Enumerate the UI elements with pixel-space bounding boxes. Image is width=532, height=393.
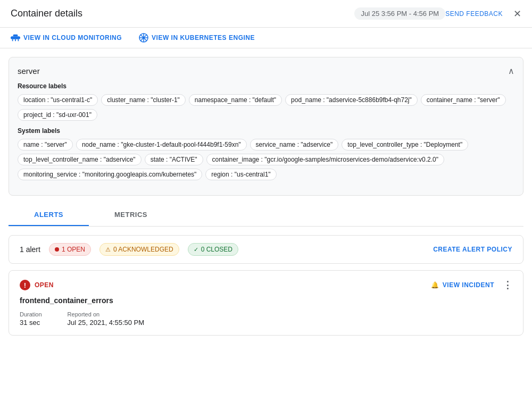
- reported-value: Jul 25, 2021, 4:55:50 PM: [68, 319, 145, 327]
- close-button[interactable]: ✕: [513, 9, 521, 19]
- alert-card: ! OPEN 🔔 VIEW INCIDENT ⋮ frontend_contai…: [9, 270, 523, 336]
- server-title: server: [18, 66, 40, 76]
- alert-status-label: OPEN: [35, 281, 54, 289]
- alert-duration: Duration 31 sec: [20, 311, 42, 327]
- open-dot: [55, 247, 59, 252]
- system-label-chip: top_level_controller_name : "adservice": [18, 154, 142, 165]
- tab-alerts[interactable]: ALERTS: [9, 204, 89, 226]
- alert-open-icon: !: [20, 280, 30, 290]
- system-label-chip: name : "server": [18, 139, 73, 150]
- kubernetes-icon: [139, 34, 148, 41]
- svg-rect-0: [11, 36, 20, 39]
- view-incident-button[interactable]: 🔔 VIEW INCIDENT: [431, 281, 494, 289]
- alert-meta: Duration 31 sec Reported on Jul 25, 2021…: [20, 311, 512, 327]
- alerts-summary-row: 1 alert 1 OPEN ⚠ 0 ACKNOWLEDGED ✓ 0 CLOS…: [9, 235, 523, 264]
- bell-icon: 🔔: [431, 281, 439, 289]
- resource-label-chip: project_id : "sd-uxr-001": [18, 109, 97, 121]
- system-label-chip: region : "us-central1": [205, 169, 276, 180]
- kubernetes-engine-label: VIEW IN KUBERNETES ENGINE: [152, 34, 255, 41]
- alert-card-header: ! OPEN 🔔 VIEW INCIDENT ⋮: [20, 279, 512, 291]
- server-section: server ∧ Resource labels location : "us-…: [9, 57, 523, 196]
- system-label-chip: service_name : "adservice": [250, 139, 339, 150]
- closed-badge[interactable]: ✓ 0 CLOSED: [188, 243, 238, 256]
- system-label-chip: state : "ACTIVE": [145, 154, 203, 165]
- ack-badge[interactable]: ⚠ 0 ACKNOWLEDGED: [99, 243, 179, 256]
- alert-card-actions: 🔔 VIEW INCIDENT ⋮: [431, 279, 512, 291]
- closed-badge-label: 0 CLOSED: [201, 246, 232, 253]
- duration-label: Duration: [20, 311, 42, 317]
- system-label-chip: node_name : "gke-cluster-1-default-pool-…: [76, 139, 247, 150]
- view-incident-label: VIEW INCIDENT: [443, 281, 494, 289]
- duration-value: 31 sec: [20, 319, 40, 327]
- open-badge-label: 1 OPEN: [62, 246, 85, 253]
- more-options-button[interactable]: ⋮: [503, 279, 512, 291]
- resource-label-chip: namespace_name : "default": [189, 94, 282, 106]
- ack-badge-label: 0 ACKNOWLEDGED: [113, 246, 173, 253]
- system-label-chip: monitoring_service : "monitoring.googlea…: [18, 169, 202, 180]
- server-header: server ∧: [18, 66, 514, 76]
- cloud-monitoring-icon: [11, 34, 20, 41]
- alerts-count: 1 alert: [20, 245, 40, 254]
- top-nav: VIEW IN CLOUD MONITORING VIEW IN KUBERNE…: [0, 28, 532, 48]
- header: Container details Jul 25 3:56 PM - 4:56 …: [0, 0, 532, 28]
- reported-label: Reported on: [68, 311, 145, 317]
- check-icon: ✓: [194, 246, 198, 253]
- cloud-monitoring-link[interactable]: VIEW IN CLOUD MONITORING: [11, 34, 122, 41]
- cloud-monitoring-label: VIEW IN CLOUD MONITORING: [23, 34, 122, 41]
- tabs-bar: ALERTS METRICS: [9, 204, 523, 227]
- svg-rect-1: [13, 35, 18, 37]
- page-title: Container details: [11, 8, 346, 19]
- send-feedback-button[interactable]: SEND FEEDBACK: [445, 10, 503, 18]
- svg-point-10: [143, 37, 145, 39]
- alerts-summary-left: 1 alert 1 OPEN ⚠ 0 ACKNOWLEDGED ✓ 0 CLOS…: [20, 243, 238, 256]
- resource-labels-title: Resource labels: [18, 82, 514, 90]
- tab-metrics[interactable]: METRICS: [89, 204, 173, 226]
- resource-labels-container: location : "us-central1-c"cluster_name :…: [18, 94, 514, 121]
- warn-icon: ⚠: [105, 246, 111, 253]
- system-labels-title: System labels: [18, 127, 514, 135]
- header-actions: SEND FEEDBACK ✕: [445, 9, 521, 19]
- collapse-icon[interactable]: ∧: [508, 66, 514, 76]
- resource-label-chip: location : "us-central1-c": [18, 94, 98, 106]
- alert-name: frontend_container_errors: [20, 296, 512, 305]
- alert-status-row: ! OPEN: [20, 280, 54, 290]
- system-label-chip: top_level_controller_type : "Deployment": [342, 139, 468, 150]
- system-label-chip: container_image : "gcr.io/google-samples…: [206, 154, 444, 165]
- alerts-section: 1 alert 1 OPEN ⚠ 0 ACKNOWLEDGED ✓ 0 CLOS…: [9, 235, 523, 336]
- system-labels-container: name : "server"node_name : "gke-cluster-…: [18, 139, 514, 180]
- open-badge[interactable]: 1 OPEN: [49, 243, 91, 256]
- create-alert-policy-button[interactable]: CREATE ALERT POLICY: [433, 246, 512, 253]
- date-range-badge: Jul 25 3:56 PM - 4:56 PM: [354, 7, 445, 20]
- kubernetes-engine-link[interactable]: VIEW IN KUBERNETES ENGINE: [139, 34, 255, 41]
- alert-reported-on: Reported on Jul 25, 2021, 4:55:50 PM: [68, 311, 145, 327]
- resource-label-chip: container_name : "server": [421, 94, 506, 106]
- resource-label-chip: cluster_name : "cluster-1": [101, 94, 186, 106]
- resource-label-chip: pod_name : "adservice-5c886b9fb4-qh72j": [285, 94, 418, 106]
